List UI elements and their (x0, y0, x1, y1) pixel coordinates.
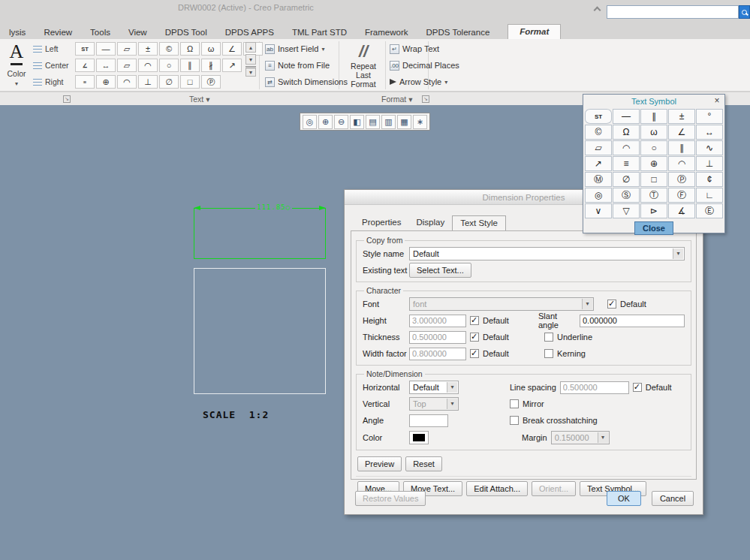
line-spacing-input[interactable] (560, 381, 629, 394)
text-symbol-button[interactable]: ⊕ (640, 156, 667, 171)
select-text-button[interactable]: Select Text... (409, 263, 471, 278)
text-symbol-button[interactable]: ◠ (668, 156, 695, 171)
symbol-overflow-icon[interactable]: ▾ (245, 66, 256, 77)
text-symbol-button[interactable]: — (613, 109, 640, 124)
preview-button[interactable]: Preview (357, 456, 402, 471)
ribbon-symbol-button[interactable]: ∥ (180, 59, 200, 72)
text-symbol-button[interactable]: ↗ (585, 156, 612, 171)
angle-input[interactable] (409, 414, 448, 427)
text-symbol-button[interactable]: ↔ (696, 125, 723, 140)
text-symbol-button[interactable]: ⊥ (696, 156, 723, 171)
ribbon-symbol-button[interactable]: ⊕ (96, 75, 116, 89)
format-group-label[interactable]: Format ▾ (381, 95, 412, 104)
palette-close-button[interactable]: Close (634, 221, 673, 235)
decimal-places-button[interactable]: .00 Decimal Places (387, 59, 462, 72)
text-symbol-button[interactable]: ∿ (696, 140, 723, 155)
ribbon-symbol-button[interactable]: Ⓟ (201, 75, 221, 89)
format-group-launcher-icon[interactable]: ↘ (422, 95, 429, 103)
font-default-checkbox[interactable] (607, 300, 616, 309)
text-symbol-button[interactable]: ∨ (585, 203, 612, 218)
ribbon-symbol-button[interactable]: ∅ (159, 75, 179, 89)
text-symbol-button[interactable]: Ⓢ (613, 188, 640, 203)
reset-button[interactable]: Reset (405, 456, 442, 471)
ribbon-symbol-button[interactable]: Ω (180, 42, 200, 56)
align-center-button[interactable]: Center (32, 59, 69, 72)
repeat-last-format-button[interactable]: // Repeat Last Format (342, 42, 384, 89)
tab-display[interactable]: Display (408, 215, 452, 230)
note-from-file-button[interactable]: ≡ Note from File (263, 59, 332, 72)
cancel-button[interactable]: Cancel (652, 491, 694, 506)
underline-checkbox[interactable] (544, 333, 553, 342)
align-left-button[interactable]: Left (32, 42, 69, 56)
text-symbol-button[interactable]: ▽ (613, 203, 640, 218)
text-symbol-button[interactable]: Ω (613, 125, 640, 140)
margin-select[interactable]: 0.150000 (551, 431, 610, 444)
ribbon-symbol-button[interactable]: ◠ (117, 75, 137, 89)
ribbon-symbol-button[interactable]: ○ (159, 59, 179, 72)
text-symbol-button[interactable]: Ⓕ (668, 188, 695, 203)
ribbon-symbol-button[interactable]: ◠ (138, 59, 158, 72)
ribbon-symbol-button[interactable]: — (96, 42, 116, 56)
ribbon-symbol-button[interactable]: ∦ (201, 59, 221, 72)
dimension-extension-rect[interactable] (194, 208, 326, 259)
text-group-label[interactable]: Text ▾ (189, 95, 209, 104)
ribbon-tab[interactable]: View (119, 26, 156, 39)
width-factor-default-checkbox[interactable] (470, 349, 479, 358)
text-symbol-button[interactable]: ± (668, 109, 695, 124)
ribbon-symbol-button[interactable]: ∠ (75, 59, 95, 72)
mirror-checkbox[interactable] (510, 399, 519, 408)
thickness-input[interactable] (409, 331, 466, 344)
color-swatch-button[interactable] (409, 431, 429, 444)
ribbon-symbol-button[interactable]: © (159, 42, 179, 56)
ribbon-symbol-button[interactable]: ST (75, 42, 95, 56)
text-symbol-button[interactable]: ◠ (613, 140, 640, 155)
part-outline-rect[interactable] (194, 268, 326, 394)
text-symbol-button[interactable]: ∥ (668, 140, 695, 155)
text-symbol-button[interactable]: ◎ (585, 188, 612, 203)
ribbon-tab[interactable]: DPDS Tool (156, 26, 216, 39)
text-symbol-button[interactable]: ∅ (613, 172, 640, 187)
tab-text-style[interactable]: Text Style (452, 215, 506, 230)
text-group-launcher-icon[interactable]: ↘ (63, 95, 71, 103)
search-input[interactable] (607, 5, 739, 19)
ribbon-symbol-button[interactable]: ω (201, 42, 221, 56)
ribbon-symbol-button[interactable]: ⊥ (138, 75, 158, 89)
scale-note[interactable]: SCALE 1:2 (203, 409, 269, 420)
ribbon-tab[interactable]: lysis (0, 26, 35, 39)
text-symbol-button[interactable]: □ (640, 172, 667, 187)
switch-dimensions-button[interactable]: ⇄ Switch Dimensions (263, 75, 350, 89)
ribbon-symbol-button[interactable]: ▱ (117, 59, 137, 72)
text-symbol-button[interactable]: Ⓜ (585, 172, 612, 187)
ribbon-tab[interactable]: TML Part STD (283, 26, 356, 39)
insert-field-button[interactable]: ab Insert Field ▾ (263, 42, 327, 56)
ok-button[interactable]: OK (607, 491, 641, 506)
ribbon-symbol-button[interactable]: ↔ (96, 59, 116, 72)
ribbon-tab[interactable]: Framework (356, 26, 417, 39)
horizontal-select[interactable]: Default (409, 381, 459, 394)
font-select[interactable]: font (409, 297, 594, 311)
view-tool-button[interactable]: ▤ (366, 115, 380, 129)
height-input[interactable] (409, 315, 466, 327)
text-symbol-button[interactable]: Ⓔ (696, 203, 723, 218)
view-tool-button[interactable]: ⊕ (318, 115, 333, 129)
ribbon-symbol-button[interactable]: □ (180, 75, 200, 89)
ribbon-symbol-button[interactable]: ↗ (222, 59, 242, 72)
text-symbol-button[interactable]: ∠ (668, 125, 695, 140)
text-symbol-palette-titlebar[interactable]: Text Symbol × (583, 95, 724, 108)
tab-properties[interactable]: Properties (354, 215, 408, 230)
text-symbol-button[interactable]: ° (696, 109, 723, 124)
ribbon-symbol-button[interactable]: ≡ (75, 75, 95, 89)
ribbon-tab[interactable]: Review (35, 26, 81, 39)
text-symbol-button[interactable]: ∡ (668, 203, 695, 218)
width-factor-input[interactable] (409, 348, 466, 360)
text-symbol-button[interactable]: ○ (640, 140, 667, 155)
text-symbol-button[interactable]: Ⓣ (640, 188, 667, 203)
vertical-select[interactable]: Top (409, 397, 459, 411)
break-crosshatching-checkbox[interactable] (510, 416, 519, 425)
ribbon-tab[interactable]: DPDS APPS (216, 26, 283, 39)
ribbon-symbol-button[interactable]: ∠ (222, 42, 242, 56)
line-spacing-default-checkbox[interactable] (633, 383, 642, 392)
style-name-select[interactable]: Default (409, 247, 685, 260)
close-icon[interactable]: × (712, 95, 722, 106)
text-symbol-button[interactable]: ▱ (585, 140, 612, 155)
